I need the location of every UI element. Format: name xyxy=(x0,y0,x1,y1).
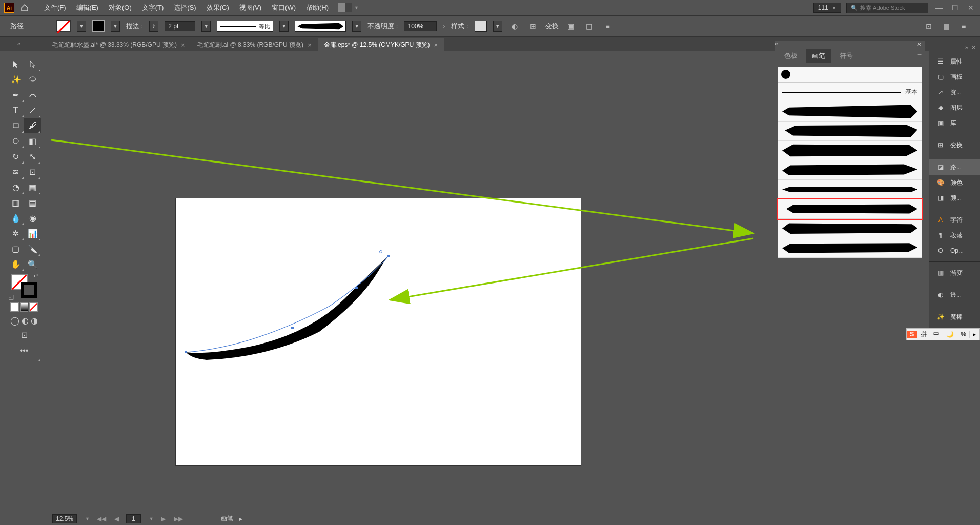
menu-select[interactable]: 选择(S) xyxy=(169,3,201,12)
artboard-caret-icon[interactable]: ▼ xyxy=(149,516,154,521)
color-mode-solid[interactable] xyxy=(10,302,19,312)
dock-collapse-icon[interactable]: » xyxy=(965,44,968,51)
magic-wand-tool[interactable]: ✨ xyxy=(7,72,24,87)
arrange-icon[interactable]: ≡ xyxy=(602,20,614,32)
close-button[interactable]: ✕ xyxy=(966,4,976,12)
eyedropper-tool[interactable]: 💧 xyxy=(7,210,24,226)
menu-window[interactable]: 窗口(W) xyxy=(267,3,301,12)
tab-close-icon[interactable]: × xyxy=(434,41,438,49)
shape-icon[interactable]: ◫ xyxy=(583,20,596,32)
screen-mode-button[interactable]: ⊡ xyxy=(7,327,41,343)
brush-ink-8[interactable] xyxy=(778,238,922,258)
brush-ink-2[interactable] xyxy=(778,122,922,141)
graphic-style-swatch[interactable] xyxy=(475,21,487,32)
transform-label[interactable]: 变换 xyxy=(545,22,559,31)
line-segment-tool[interactable] xyxy=(24,103,41,118)
artboard-tool[interactable]: ▢ xyxy=(7,241,24,256)
menu-file[interactable]: 文件(F) xyxy=(39,3,71,12)
panel-close-icon[interactable]: ✕ xyxy=(917,41,922,48)
panel-tab-swatches[interactable]: 色板 xyxy=(778,49,804,63)
hand-tool[interactable]: ✋ xyxy=(7,256,24,272)
align-icon[interactable]: ⊞ xyxy=(527,20,539,32)
doc-tab-3[interactable]: 金庸.eps* @ 12.5% (CMYK/GPU 预览) × xyxy=(318,38,444,51)
menu-object[interactable]: 对象(O) xyxy=(104,3,137,12)
variable-width-profile[interactable]: 等比 xyxy=(217,21,273,32)
dock-gradient[interactable]: ▥渐变 xyxy=(929,265,980,280)
profile-dropdown[interactable]: ▼ xyxy=(279,21,289,32)
menu-edit[interactable]: 编辑(E) xyxy=(71,3,104,12)
status-more-icon[interactable]: ▸ xyxy=(239,515,242,522)
dock-magic-wand[interactable]: ✨魔棒 xyxy=(929,309,980,325)
swap-fill-stroke-icon[interactable]: ⇄ xyxy=(34,273,38,278)
curvature-tool[interactable] xyxy=(24,87,41,103)
dock-transparency[interactable]: ◐透... xyxy=(929,287,980,302)
draw-inside-icon[interactable]: ◑ xyxy=(31,316,38,325)
menu-view[interactable]: 视图(V) xyxy=(234,3,267,12)
ime-toolbar[interactable]: S 拼 中 🌙 % ▸ xyxy=(906,328,980,340)
doc-tab-2[interactable]: 毛笔笔刷.ai @ 8.33% (RGB/GPU 预览) × xyxy=(191,38,318,51)
stroke-weight-input[interactable] xyxy=(165,21,195,31)
isolate-icon[interactable]: ▣ xyxy=(565,20,577,32)
workspace-switcher[interactable] xyxy=(338,3,352,12)
zoom-caret-icon[interactable]: ▼ xyxy=(85,516,90,521)
doc-setup-icon[interactable]: ⊡ xyxy=(923,20,935,32)
edit-toolbar-button[interactable]: ••• xyxy=(7,343,41,358)
dock-layers[interactable]: ◆图层 xyxy=(929,100,980,115)
preferences-icon[interactable]: ▦ xyxy=(940,20,952,32)
shape-builder-tool[interactable]: ◔ xyxy=(7,179,24,195)
panel-collapse-icon[interactable]: « xyxy=(775,41,778,47)
rectangle-tool[interactable] xyxy=(7,118,24,133)
brush-definition-preview[interactable] xyxy=(295,21,346,32)
panel-menu-icon[interactable]: ≡ xyxy=(957,20,970,32)
mesh-tool[interactable]: ▥ xyxy=(7,195,24,210)
scale-tool[interactable]: ⤡ xyxy=(24,149,41,164)
pen-tool[interactable]: ✒ xyxy=(7,87,24,103)
opacity-caret-icon[interactable]: › xyxy=(443,23,445,30)
dock-asset-export[interactable]: ↗资... xyxy=(929,85,980,100)
brush-ink-3[interactable] xyxy=(778,141,922,160)
stroke-box[interactable] xyxy=(21,282,37,298)
home-icon[interactable] xyxy=(21,4,29,12)
paintbrush-tool[interactable]: 🖌 xyxy=(24,118,41,133)
color-mode-gradient[interactable] xyxy=(20,302,29,312)
free-transform-tool[interactable]: ⊡ xyxy=(24,164,41,179)
eraser-tool[interactable]: ◧ xyxy=(24,133,41,149)
zoom-level[interactable]: 12.5% xyxy=(52,514,77,523)
tab-close-icon[interactable]: × xyxy=(181,41,185,49)
minimize-button[interactable]: — xyxy=(933,4,945,12)
brush-ink-4[interactable] xyxy=(778,160,922,180)
artboard-prev-icon[interactable]: ◀ xyxy=(113,515,120,522)
style-dropdown[interactable]: ▼ xyxy=(493,21,502,32)
ime-moon-icon[interactable]: 🌙 xyxy=(943,331,957,338)
fill-swatch[interactable] xyxy=(56,20,71,32)
canvas-area[interactable] xyxy=(45,54,760,510)
artboard-last-icon[interactable]: ▶▶ xyxy=(173,515,184,522)
symbol-sprayer-tool[interactable]: ✲ xyxy=(7,226,24,241)
tabbar-collapse-icon[interactable]: « xyxy=(17,41,24,48)
panel-flyout-menu-icon[interactable]: ≡ xyxy=(917,52,922,60)
artboard-first-icon[interactable]: ◀◀ xyxy=(96,515,107,522)
artboard-number[interactable]: 1 xyxy=(126,514,141,523)
type-tool[interactable]: T xyxy=(7,103,24,118)
lasso-tool[interactable] xyxy=(24,72,41,87)
gradient-tool[interactable]: ▤ xyxy=(24,195,41,210)
dock-libraries[interactable]: ▣库 xyxy=(929,115,980,131)
tab-close-icon[interactable]: × xyxy=(308,41,312,49)
dock-opentype[interactable]: OOp... xyxy=(929,243,980,258)
brush-basic[interactable]: 基本 xyxy=(778,83,922,102)
stroke-dropdown[interactable]: ▼ xyxy=(111,21,120,32)
dock-character[interactable]: A字符 xyxy=(929,212,980,228)
brush-ink-7[interactable] xyxy=(778,219,922,238)
shaper-tool[interactable] xyxy=(7,133,24,149)
dock-paragraph[interactable]: ¶段落 xyxy=(929,228,980,243)
view-zoom-display[interactable]: 111 ▼ xyxy=(813,3,841,13)
perspective-grid-tool[interactable]: ▦ xyxy=(24,179,41,195)
maximize-button[interactable]: ☐ xyxy=(950,4,961,12)
panel-tab-symbols[interactable]: 符号 xyxy=(833,49,859,63)
draw-normal-icon[interactable]: ◯ xyxy=(10,316,19,325)
ime-mode-pinyin[interactable]: 拼 xyxy=(917,330,930,339)
search-stock-input[interactable]: 🔍 搜索 Adobe Stock xyxy=(846,3,928,13)
brush-ink-6-selected[interactable] xyxy=(778,199,922,219)
default-fill-stroke-icon[interactable]: ◱ xyxy=(8,293,14,300)
opacity-input[interactable] xyxy=(404,21,437,31)
